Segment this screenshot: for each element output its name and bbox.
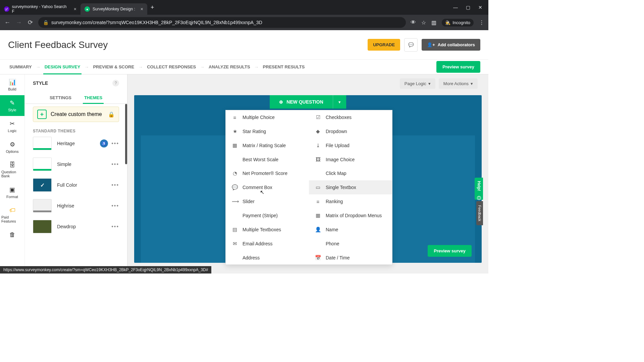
star-icon[interactable]: ☆: [421, 19, 426, 26]
favicon-icon: y!: [4, 6, 9, 12]
upload-icon: ⤓: [315, 142, 321, 148]
chat-button[interactable]: 💬: [404, 38, 418, 52]
new-question-button[interactable]: ⊕ NEW QUESTION: [270, 95, 333, 109]
theme-row[interactable]: Full Color •••: [33, 178, 119, 192]
survey-canvas-area: Page Logic ▾ More Actions ▾ ⊕ NEW QUESTI…: [127, 74, 488, 274]
qtype-click-map[interactable]: Click Map: [309, 166, 392, 180]
add-collaborators-button[interactable]: 👤+ Add collaborators: [422, 39, 480, 51]
close-icon[interactable]: ×: [74, 6, 76, 12]
more-actions-button[interactable]: More Actions ▾: [439, 78, 478, 89]
qtype-single-textbox[interactable]: ▭Single Textbox: [309, 180, 392, 194]
qtype-matrix[interactable]: ▦Matrix / Rating Scale: [226, 138, 309, 153]
chevron-right-icon: →: [36, 64, 41, 70]
plus-icon: +: [37, 110, 47, 119]
close-window-icon[interactable]: ✕: [478, 5, 482, 10]
theme-row[interactable]: Simple •••: [33, 158, 119, 171]
canvas-toolbar: Page Logic ▾ More Actions ▾: [400, 78, 478, 89]
main-content: 📊 Build ✎ Style ✂ Logic ⚙ Options 🗄 Ques…: [0, 74, 488, 274]
qtype-matrix-dropdown[interactable]: ▦Matrix of Dropdown Menus: [309, 208, 392, 223]
nav-tab-design[interactable]: DESIGN SURVEY: [43, 60, 82, 74]
menu-icon[interactable]: ⋮: [479, 19, 484, 26]
qtype-date-time[interactable]: 📅Date / Time: [309, 251, 392, 265]
url-text: surveymonkey.com/create/?sm=qWCeo19KXH3H…: [51, 20, 262, 25]
more-icon[interactable]: •••: [111, 161, 119, 167]
nav-tab-analyze[interactable]: ANALYZE RESULTS: [207, 60, 252, 74]
browser-tab[interactable]: y! surveymonkey - Yahoo Search F ×: [0, 3, 80, 15]
rail-item-format[interactable]: ▣ Format: [0, 182, 24, 203]
panel-header: STYLE ?: [25, 74, 127, 92]
theme-name: Full Color: [57, 182, 77, 188]
more-icon[interactable]: •••: [111, 182, 119, 188]
help-icon[interactable]: ?: [112, 80, 119, 86]
qtype-phone[interactable]: Phone: [309, 237, 392, 251]
rail-item-logic[interactable]: ✂ Logic: [0, 116, 24, 137]
collab-label: Add collaborators: [438, 42, 475, 47]
forward-icon[interactable]: →: [15, 19, 22, 26]
nav-tab-collect[interactable]: COLLECT RESPONSES: [146, 60, 197, 74]
qtype-star-rating[interactable]: ★Star Rating: [226, 124, 309, 138]
create-custom-theme[interactable]: + Create custom theme 🔒: [33, 107, 119, 122]
qtype-nps[interactable]: ◔Net Promoter® Score: [226, 166, 309, 180]
rail-item-build[interactable]: 📊 Build: [0, 74, 24, 95]
survey-title[interactable]: Client Feedback Survey: [8, 40, 108, 50]
grid-icon: ▦: [232, 142, 238, 148]
feedback-tab[interactable]: Feedback: [476, 201, 483, 225]
help-tab[interactable]: Help! ⓘ: [475, 178, 483, 200]
eye-off-icon[interactable]: 👁: [411, 19, 416, 25]
qtype-comment-box[interactable]: 💬Comment Box: [226, 180, 309, 194]
page-logic-button[interactable]: Page Logic ▾: [400, 78, 435, 89]
qtype-name[interactable]: 👤Name: [309, 223, 392, 237]
qtype-dropdown[interactable]: ◆Dropdown: [309, 124, 392, 138]
more-icon[interactable]: •••: [111, 140, 119, 146]
qtype-multiple-textboxes[interactable]: ▤Multiple Textboxes: [226, 223, 309, 237]
back-icon[interactable]: ←: [4, 19, 11, 26]
rail-label: Build: [8, 87, 16, 91]
more-icon[interactable]: •••: [111, 224, 119, 230]
rail-item-paid[interactable]: 🏷 Paid Features: [0, 203, 24, 227]
theme-name: Simple: [57, 162, 71, 167]
nav-tab-summary[interactable]: SUMMARY: [8, 60, 33, 74]
subtab-settings[interactable]: SETTINGS: [48, 92, 73, 104]
address-bar: ← → ⟳ 🔒 surveymonkey.com/create/?sm=qWCe…: [0, 15, 488, 30]
qtype-address[interactable]: Address: [226, 251, 309, 265]
qtype-slider[interactable]: ⟿Slider: [226, 194, 309, 208]
qtype-image-choice[interactable]: 🖼Image Choice: [309, 153, 392, 166]
qtype-payment[interactable]: Payment (Stripe): [226, 208, 309, 223]
subtab-themes[interactable]: THEMES: [83, 92, 104, 104]
qtype-email[interactable]: ✉Email Address: [226, 237, 309, 251]
rail-item-trash[interactable]: 🗑: [0, 227, 24, 242]
browser-tabstrip: y! surveymonkey - Yahoo Search F × ● Sur…: [0, 0, 488, 15]
nav-tab-present[interactable]: PRESENT RESULTS: [262, 60, 306, 74]
qtype-ranking[interactable]: ≡Ranking: [309, 194, 392, 208]
nav-tab-preview[interactable]: PREVIEW & SCORE: [92, 60, 136, 74]
upgrade-button[interactable]: UPGRADE: [368, 39, 400, 51]
new-question-dropdown[interactable]: ▾: [333, 95, 346, 109]
left-rail: 📊 Build ✎ Style ✂ Logic ⚙ Options 🗄 Ques…: [0, 74, 25, 274]
url-input[interactable]: 🔒 surveymonkey.com/create/?sm=qWCeo19KXH…: [38, 17, 406, 28]
browser-tab[interactable]: ● SurveyMonkey Design : ×: [80, 3, 147, 15]
qtype-multiple-choice[interactable]: ≡Multiple Choice: [226, 110, 309, 124]
reload-icon[interactable]: ⟳: [27, 19, 34, 26]
floating-preview-button[interactable]: Preview survey: [428, 245, 472, 257]
minimize-icon[interactable]: —: [453, 5, 458, 10]
qtype-best-worst[interactable]: Best Worst Scale: [226, 153, 309, 166]
theme-row[interactable]: Dewdrop •••: [33, 220, 119, 233]
maximize-icon[interactable]: ▢: [466, 5, 470, 10]
new-tab-button[interactable]: +: [147, 4, 158, 11]
theme-row[interactable]: Heritage ♿ •••: [33, 137, 119, 150]
list-icon: ≡: [232, 115, 238, 120]
close-icon[interactable]: ×: [141, 6, 143, 12]
rail-item-style[interactable]: ✎ Style: [0, 95, 24, 116]
panel-icon[interactable]: ▥: [431, 19, 436, 26]
qtype-checkboxes[interactable]: ☑Checkboxes: [309, 110, 392, 124]
theme-row[interactable]: Highrise •••: [33, 199, 119, 213]
rail-item-options[interactable]: ⚙ Options: [0, 137, 24, 158]
chevron-down-icon: ▾: [428, 81, 431, 86]
preview-survey-button[interactable]: Preview survey: [436, 61, 480, 73]
accessibility-icon[interactable]: ♿: [100, 139, 108, 147]
qtype-file-upload[interactable]: ⤓File Upload: [309, 138, 392, 153]
rail-item-question-bank[interactable]: 🗄 Question Bank: [0, 158, 24, 182]
incognito-badge[interactable]: 🕵 Incognito: [442, 19, 474, 26]
scrollbar[interactable]: [125, 104, 127, 164]
more-icon[interactable]: •••: [111, 203, 119, 209]
